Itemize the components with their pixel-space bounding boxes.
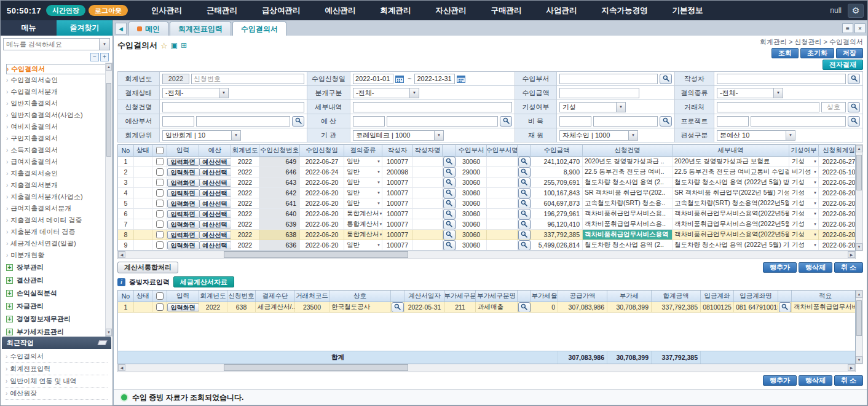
sidebar-menu-item[interactable]: ›구입지출결의서 — [6, 133, 112, 144]
cell-select[interactable]: 일반▼ — [344, 240, 382, 251]
table-row[interactable]: 4입력화면예산선택20226422022-06-20일반▼10007730060… — [118, 188, 855, 198]
calendar-icon[interactable] — [395, 74, 404, 84]
scroll-thumb[interactable] — [856, 300, 862, 336]
column-header[interactable]: 계산서일자 — [404, 291, 445, 302]
column-header[interactable]: 입력 — [167, 291, 199, 302]
column-header[interactable]: No — [118, 291, 134, 302]
row-checkbox[interactable] — [156, 168, 164, 176]
sidebar-tree-node[interactable]: +결산관리 — [6, 274, 112, 287]
cell-select[interactable]: 비기성▼ — [789, 167, 819, 178]
column-header[interactable]: No — [118, 145, 134, 157]
search-lookup-button[interactable] — [518, 188, 531, 198]
row-checkbox[interactable] — [156, 189, 164, 197]
column-header[interactable]: 입금계좌 — [701, 291, 734, 302]
input-screen-button[interactable]: 입력화면 — [167, 210, 199, 218]
add-row-button[interactable]: 행추가 — [763, 375, 797, 386]
search-dropdown-button[interactable]: ▼ — [99, 39, 109, 50]
table-row[interactable]: 3입력화면예산선택20226432022-06-20일반▼10007730060… — [118, 178, 855, 188]
column-header[interactable]: 부가세구분명 — [476, 291, 518, 302]
budget-select-button[interactable]: 예산선택 — [199, 210, 231, 218]
column-header[interactable]: 합계금액 — [652, 291, 701, 302]
plus-icon[interactable]: + — [6, 303, 13, 310]
column-header[interactable]: 예산 — [199, 145, 231, 157]
save-button[interactable]: 저장 — [836, 48, 863, 58]
grid1-vertical-scrollbar[interactable]: ▲ ▼ — [856, 144, 863, 251]
column-header[interactable]: 회계년도 — [199, 291, 227, 302]
column-header[interactable]: 상태 — [134, 145, 152, 157]
menu-search-input[interactable] — [4, 39, 99, 50]
search-lookup-button[interactable] — [392, 302, 404, 313]
document-tab[interactable]: 회계전표입력 — [170, 21, 231, 36]
top-menu-item[interactable]: 예산관리 — [325, 6, 356, 16]
column-header[interactable]: 결제수단 — [256, 291, 295, 302]
filter-input[interactable] — [162, 116, 194, 127]
cell-select[interactable]: 기성▼ — [789, 198, 819, 209]
sidebar-tree-node[interactable]: +경영정보재무관리 — [6, 313, 112, 326]
sidebar-menu-item[interactable]: ›지출결의서분개(사업소) — [6, 191, 112, 203]
row-checkbox[interactable] — [156, 221, 164, 228]
top-menu-item[interactable]: 인사관리 — [151, 6, 182, 16]
search-lookup-button[interactable] — [443, 209, 456, 219]
input-screen-button[interactable]: 입력화면 — [167, 241, 199, 249]
row-checkbox[interactable] — [156, 210, 164, 217]
grid2-horizontal-scrollbar[interactable]: ◀ ▶ — [117, 364, 856, 372]
filter-select[interactable]: -전체-▼ — [717, 88, 783, 98]
budget-select-button[interactable]: 예산선택 — [199, 158, 231, 166]
input-screen-button[interactable]: 입력화면 — [167, 168, 199, 176]
filter-input[interactable] — [559, 116, 591, 127]
search-lookup-button[interactable] — [848, 116, 860, 127]
filter-input[interactable] — [717, 74, 846, 84]
budget-select-button[interactable]: 예산선택 — [199, 221, 231, 228]
table-row[interactable]: 2입력화면예산선택20226462022-06-24일반▼20009829000… — [118, 167, 855, 178]
select-all-checkbox[interactable] — [156, 147, 164, 154]
invoice-merge-button[interactable]: 계산서통합처리 — [117, 262, 178, 273]
scroll-down-arrow[interactable]: ▼ — [856, 243, 862, 251]
sidebar-menu-item[interactable]: ›수입결의서 — [6, 64, 112, 74]
column-header[interactable]: 수입금액 — [531, 145, 583, 157]
scroll-up-arrow[interactable]: ▲ — [106, 63, 112, 71]
search-lookup-button[interactable] — [660, 116, 672, 127]
filter-input[interactable] — [717, 102, 819, 112]
column-header[interactable]: 작성자 — [382, 145, 413, 157]
table-row[interactable]: 6입력화면예산선택20226402022-06-20통합계산서▼10007730… — [118, 209, 855, 219]
top-menu-item[interactable]: 급상여관리 — [262, 6, 301, 16]
search-lookup-button[interactable] — [443, 230, 456, 240]
column-header[interactable]: 부가세 — [607, 291, 652, 302]
table-row[interactable]: 5입력화면예산선택20226412022-06-20일반▼10007730060… — [118, 198, 855, 209]
column-header[interactable]: 작성자명 — [413, 145, 443, 157]
sidebar-tab-favorites[interactable]: 즐겨찾기 — [57, 20, 112, 36]
select-all-checkbox[interactable] — [156, 292, 164, 300]
column-header[interactable] — [152, 291, 167, 302]
filter-select[interactable]: 기성▼ — [559, 102, 626, 112]
input-screen-button[interactable]: 입력화면 — [167, 221, 199, 228]
filter-input[interactable] — [821, 102, 846, 112]
sidebar-tab-menu[interactable]: 메뉴 — [1, 20, 57, 36]
sidebar-menu-item[interactable]: ›급여지출결의서분개 — [6, 203, 112, 214]
column-header[interactable]: 입력 — [167, 145, 199, 157]
filter-input[interactable] — [751, 116, 846, 127]
sidebar-tree-node[interactable]: +장부관리 — [6, 261, 112, 274]
scroll-track[interactable] — [856, 298, 862, 356]
cancel-button[interactable]: 취 소 — [834, 375, 863, 386]
delete-row-button[interactable]: 행삭제 — [799, 375, 832, 386]
row-checkbox[interactable] — [156, 231, 164, 238]
column-header[interactable]: 거래처코드 — [295, 291, 329, 302]
input-screen-button[interactable]: 입력화면 — [167, 200, 199, 208]
query-button[interactable]: 조회 — [771, 48, 799, 58]
eraser-icon[interactable] — [98, 340, 108, 345]
search-lookup-button[interactable] — [518, 178, 531, 188]
cell-select[interactable]: 기성▼ — [789, 188, 819, 198]
cancel-button[interactable]: 취 소 — [834, 262, 863, 273]
filter-select[interactable]: 코레일테크 | 1000▼ — [353, 130, 444, 141]
sidebar-menu-item[interactable]: ›급여지출결의서 — [6, 156, 112, 168]
filter-input[interactable] — [559, 74, 658, 84]
plus-icon[interactable]: + — [6, 264, 13, 271]
column-header[interactable]: 신청회계일 — [819, 145, 856, 157]
plus-icon[interactable]: + — [6, 277, 13, 284]
column-header[interactable]: 신청건명 — [583, 145, 673, 157]
scroll-track[interactable] — [125, 364, 848, 372]
filter-input[interactable] — [353, 116, 385, 127]
scroll-thumb[interactable] — [106, 83, 111, 157]
search-lookup-button[interactable] — [660, 74, 672, 84]
filter-input[interactable] — [191, 74, 304, 84]
